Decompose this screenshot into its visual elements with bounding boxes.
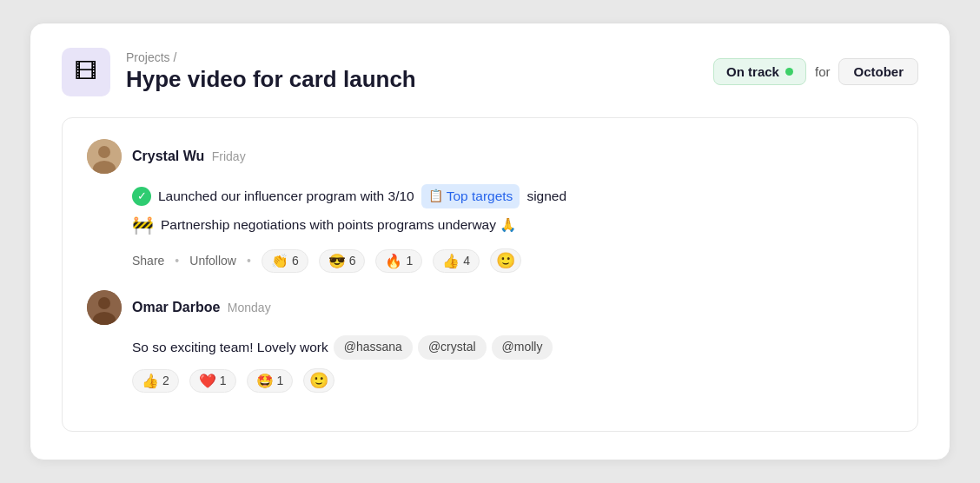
status-area: On track for October [713, 58, 918, 85]
heart-emoji: ❤️ [199, 373, 216, 389]
omar-line-1: So so exciting team! Lovely work @hassan… [132, 335, 893, 360]
svg-point-4 [98, 297, 110, 309]
content-area: Crystal Wu Friday ✓ Launched our influen… [62, 117, 918, 432]
author-info-omar: Omar Darboe Monday [132, 300, 271, 315]
main-card: 🎞 Projects / Hype video for card launch … [30, 23, 950, 460]
reaction-heart[interactable]: ❤️ 1 [189, 369, 236, 393]
starstruck-count: 1 [277, 374, 284, 387]
reaction-starstruck[interactable]: 🤩 1 [247, 369, 294, 393]
reaction-thumbsup-omar[interactable]: 👍 2 [132, 369, 179, 393]
author-name-crystal: Crystal Wu [132, 149, 204, 163]
for-text: for [815, 64, 831, 79]
month-badge[interactable]: October [838, 58, 918, 85]
reaction-fire[interactable]: 🔥 1 [375, 249, 422, 273]
author-info-crystal: Crystal Wu Friday [132, 149, 246, 164]
title-block: Projects / Hype video for card launch [126, 50, 416, 93]
clap-count: 6 [292, 254, 299, 268]
reaction-cool[interactable]: 😎 6 [319, 249, 366, 273]
avatar-omar [87, 290, 122, 325]
avatar-crystal [87, 139, 122, 174]
post-line-2: 🚧 Partnership negotiations with points p… [132, 210, 893, 240]
post-body-omar: So so exciting team! Lovely work @hassan… [132, 335, 893, 360]
post-header-crystal: Crystal Wu Friday [87, 139, 893, 174]
actions-row-omar: 👍 2 ❤️ 1 🤩 1 🙂 [132, 368, 893, 393]
svg-point-1 [98, 146, 110, 158]
add-reaction-button-omar[interactable]: 🙂 [303, 368, 334, 393]
reaction-thumbs-up[interactable]: 👍 4 [433, 249, 480, 273]
post-body-crystal: ✓ Launched our influencer program with 3… [132, 184, 893, 240]
post-crystal: Crystal Wu Friday ✓ Launched our influen… [87, 139, 893, 273]
post-day-omar: Monday [228, 301, 271, 314]
list-icon: 📋 [428, 186, 443, 207]
omar-text: So so exciting team! Lovely work [132, 336, 328, 359]
thumbsup2-emoji: 👍 [142, 373, 159, 389]
thumbsup-emoji: 👍 [442, 253, 460, 269]
page-header: 🎞 Projects / Hype video for card launch … [62, 48, 918, 96]
cool-emoji: 😎 [328, 253, 346, 269]
actions-row-crystal: Share • Unfollow • 👏 6 😎 6 🔥 1 👍 [132, 248, 893, 273]
heart-count: 1 [220, 374, 227, 387]
add-reaction-button[interactable]: 🙂 [490, 248, 521, 273]
construction-icon: 🚧 [132, 210, 154, 240]
page-title: Hype video for card launch [126, 66, 416, 93]
check-icon: ✓ [132, 187, 151, 206]
post-omar: Omar Darboe Monday So so exciting team! … [87, 290, 893, 393]
share-button[interactable]: Share [132, 254, 164, 268]
cool-count: 6 [349, 254, 356, 268]
breadcrumb: Projects / [126, 50, 416, 64]
fire-emoji: 🔥 [385, 253, 402, 269]
mention-crystal[interactable]: @crystal [418, 335, 487, 360]
fire-count: 1 [406, 254, 413, 268]
starstruck-emoji: 🤩 [256, 373, 274, 389]
top-targets-link[interactable]: 📋 Top targets [421, 184, 520, 208]
post-header-omar: Omar Darboe Monday [87, 290, 893, 325]
smiley-icon: 🙂 [496, 251, 515, 270]
reaction-clap[interactable]: 👏 6 [262, 249, 308, 273]
thumbsup-count: 4 [463, 254, 470, 268]
unfollow-button[interactable]: Unfollow [189, 254, 236, 268]
mention-molly[interactable]: @molly [492, 335, 553, 360]
clap-emoji: 👏 [271, 253, 288, 269]
thumbsup2-count: 2 [162, 374, 169, 387]
smiley2-icon: 🙂 [309, 371, 328, 390]
line1-text-before: Launched our influencer program with 3/1… [158, 185, 414, 208]
on-track-label: On track [726, 64, 779, 79]
post-line-1: ✓ Launched our influencer program with 3… [132, 184, 893, 208]
author-name-omar: Omar Darboe [132, 300, 220, 314]
line2-text: Partnership negotiations with points pro… [161, 214, 516, 236]
mention-hassana[interactable]: @hassana [334, 335, 413, 360]
status-dot [785, 68, 793, 76]
sep1: • [175, 254, 179, 268]
top-targets-label: Top targets [447, 185, 513, 208]
project-icon: 🎞 [62, 48, 110, 96]
sep2: • [247, 254, 251, 268]
header-left: 🎞 Projects / Hype video for card launch [62, 48, 416, 96]
line1-text-after: signed [526, 185, 566, 208]
post-day-crystal: Friday [212, 149, 246, 163]
on-track-badge[interactable]: On track [713, 58, 806, 85]
